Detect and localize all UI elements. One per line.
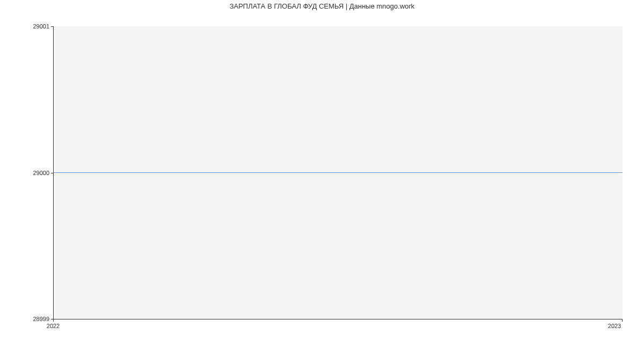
x-tick [53,319,54,322]
chart-title: ЗАРПЛАТА В ГЛОБАЛ ФУД СЕМЬЯ | Данные mno… [0,2,644,10]
y-tick-label: 29001 [17,23,49,30]
chart-container: ЗАРПЛАТА В ГЛОБАЛ ФУД СЕМЬЯ | Данные mno… [0,0,644,349]
y-tick-label: 29000 [17,170,49,176]
y-tick [51,26,53,27]
y-tick-label: 28999 [17,316,49,322]
x-tick [622,319,623,322]
x-tick-label: 2022 [47,323,60,329]
plot-area [53,26,623,319]
x-tick-label: 2023 [608,323,621,329]
data-line [54,172,623,173]
y-tick [51,173,53,173]
